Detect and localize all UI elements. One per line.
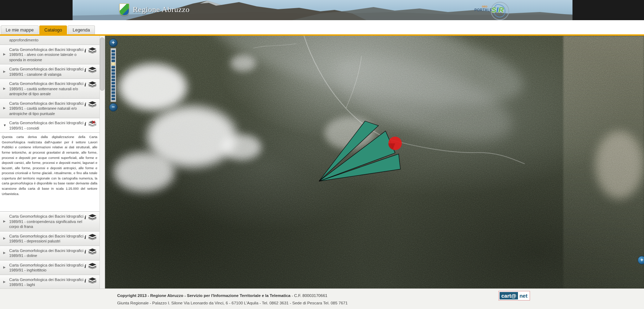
zoom-level[interactable] — [112, 66, 115, 68]
catalog-item[interactable]: ▶ Carta Geomorfologica dei Bacini Idrogr… — [0, 231, 100, 246]
expand-arrow-icon[interactable]: ▶ — [3, 236, 6, 241]
layers-icon[interactable] — [89, 101, 96, 107]
expand-arrow-icon[interactable]: ▶ — [3, 70, 6, 74]
zoom-control: + − — [109, 39, 118, 111]
catalog-item-title: Carta Geomorfologica dei Bacini Idrograf… — [9, 47, 86, 62]
expand-arrow-icon[interactable]: ▶ — [3, 251, 6, 255]
zoom-in-button[interactable]: + — [109, 39, 118, 47]
catalog-item-title: Carta Geomorfologica dei Bacini Idrograf… — [9, 101, 86, 116]
catalog-item[interactable]: ▶ Carta Geomorfologica dei Bacini Idrogr… — [0, 79, 100, 99]
geoportale-sir-logo[interactable]: GEO PORTALE SIR — [474, 1, 515, 19]
expand-arrow-icon[interactable]: ▶ — [3, 265, 6, 270]
layers-icon[interactable] — [89, 81, 96, 87]
zoom-level-current[interactable] — [112, 63, 115, 65]
catalog-item-title: Carta Geomorfologica dei Bacini Idrograf… — [9, 214, 86, 229]
layer-info-icon[interactable]: i — [85, 81, 86, 88]
catalog-item[interactable]: ▶ Carta Geomorfologica dei Bacini Idrogr… — [0, 246, 100, 261]
zoom-level[interactable] — [112, 88, 115, 91]
zoom-level[interactable] — [112, 75, 115, 78]
region-brand[interactable]: Regione Abruzzo — [119, 4, 190, 16]
zoom-level[interactable] — [112, 85, 115, 87]
zoom-level[interactable] — [112, 56, 115, 59]
layers-icon[interactable] — [89, 234, 96, 240]
layer-info-icon[interactable]: i — [85, 234, 86, 241]
footer: Copyright 2013 - Regione Abruzzo - Servi… — [0, 288, 644, 309]
catalog-item-title: approfondimento — [9, 38, 39, 42]
tab-catalog[interactable]: Catalogo — [39, 25, 67, 34]
expand-arrow-icon[interactable]: ▶ — [3, 52, 6, 57]
expand-arrow-icon[interactable]: ▶ — [3, 280, 6, 284]
top-banner: Regione Abruzzo GEO PORTALE SIR — [0, 0, 644, 20]
layer-info-icon[interactable]: i — [85, 47, 86, 55]
remove-layer-x-icon[interactable]: ✕ — [92, 119, 96, 125]
catalog-item-selected[interactable]: ▼ Carta Geomorfologica dei Bacini Idrogr… — [0, 118, 100, 133]
abruzzo-shield-logo-icon — [119, 4, 129, 16]
layer-info-icon[interactable]: i — [85, 214, 86, 221]
footer-copyright-bold: Copyright 2013 - Regione Abruzzo - Servi… — [117, 293, 290, 298]
sidebar-scrollbar[interactable] — [99, 35, 105, 288]
zoom-out-button[interactable]: − — [109, 103, 118, 111]
collapse-arrow-icon[interactable]: ▼ — [3, 124, 6, 128]
catalog-sidebar: approfondimento ▶ Carta Geomorfologica d… — [0, 35, 105, 288]
tab-my-maps[interactable]: Le mie mappe — [1, 25, 39, 34]
layers-icon[interactable] — [89, 263, 96, 269]
sir-logo-geo-text: GEO — [482, 5, 488, 8]
catalog-item-title: Carta Geomorfologica dei Bacini Idrograf… — [9, 248, 86, 258]
layers-icon[interactable] — [89, 248, 96, 254]
zoom-level[interactable] — [112, 69, 115, 71]
layer-info-icon[interactable]: i — [85, 277, 86, 285]
layers-icon[interactable] — [89, 47, 96, 53]
zoom-slider[interactable] — [110, 48, 116, 102]
catalog-item-title: Carta Geomorfologica dei Bacini Idrograf… — [9, 263, 86, 273]
cartanet-logo-cart: cart@ — [500, 292, 518, 299]
catalog-item-title: Carta Geomorfologica dei Bacini Idrograf… — [9, 234, 86, 244]
aerial-noise-texture — [105, 36, 644, 288]
layer-info-icon[interactable]: i — [85, 248, 86, 256]
layer-description-panel: Questa carta deriva dalla digitalizzazio… — [0, 133, 99, 212]
map-edge-button[interactable]: + — [638, 256, 644, 264]
zoom-level[interactable] — [112, 79, 115, 81]
catalog-item[interactable]: ▶ Carta Geomorfologica dei Bacini Idrogr… — [0, 212, 100, 231]
layer-info-icon[interactable]: i — [85, 121, 86, 128]
catalog-item[interactable]: ▶ Carta Geomorfologica dei Bacini Idrogr… — [0, 45, 100, 65]
layers-icon[interactable] — [89, 214, 96, 220]
catalog-item-title: Carta Geomorfologica dei Bacini Idrograf… — [9, 277, 86, 287]
catalog-list: approfondimento ▶ Carta Geomorfologica d… — [0, 35, 100, 288]
toolbar-row: Le mie mappe Catalogo Legenda — [0, 20, 644, 34]
layer-info-icon[interactable]: i — [85, 263, 86, 270]
sidebar-scrollbar-thumb[interactable] — [100, 38, 104, 91]
catalog-item[interactable]: ▶ Carta Geomorfologica dei Bacini Idrogr… — [0, 99, 100, 119]
cartanet-logo-net: net — [518, 292, 529, 299]
layers-icon[interactable] — [89, 67, 96, 73]
catalog-item-title: Carta Geomorfologica dei Bacini Idrograf… — [9, 121, 86, 130]
zoom-level[interactable] — [112, 53, 115, 56]
region-brand-text: Regione Abruzzo — [133, 5, 190, 14]
catalog-item[interactable]: ▶ Carta Geomorfologica dei Bacini Idrogr… — [0, 261, 100, 275]
geoportal-app: Regione Abruzzo GEO PORTALE SIR Le mie m… — [0, 0, 644, 309]
zoom-level[interactable] — [112, 50, 115, 52]
layer-info-icon[interactable]: i — [85, 67, 86, 74]
layers-icon[interactable] — [89, 277, 96, 284]
zoom-level[interactable] — [112, 91, 115, 94]
expand-arrow-icon[interactable]: ▶ — [3, 87, 6, 91]
catalog-item[interactable]: ▶ Carta Geomorfologica dei Bacini Idrogr… — [0, 64, 100, 79]
footer-address: Giunta Regionale - Palazzo I. Silone Via… — [117, 301, 348, 305]
zoom-level[interactable] — [112, 95, 115, 97]
zoom-level[interactable] — [112, 82, 115, 84]
footer-copyright: Copyright 2013 - Regione Abruzzo - Servi… — [117, 293, 327, 298]
sir-logo-sir-text: SIR — [491, 6, 504, 14]
zoom-level[interactable] — [112, 72, 115, 75]
layer-info-icon[interactable]: i — [85, 101, 86, 108]
catalog-item-title: Carta Geomorfologica dei Bacini Idrograf… — [9, 67, 86, 76]
catalog-item[interactable]: ▶ Carta Geomorfologica dei Bacini Idrogr… — [0, 275, 100, 288]
expand-arrow-icon[interactable]: ▶ — [3, 106, 6, 110]
expand-arrow-icon[interactable]: ▶ — [3, 219, 6, 224]
zoom-level[interactable] — [112, 98, 115, 100]
tab-legend[interactable]: Legenda — [68, 25, 95, 34]
catalog-item-partial[interactable]: approfondimento — [0, 35, 100, 45]
cartanet-logo[interactable]: cart@net — [498, 291, 530, 301]
zoom-level[interactable] — [112, 59, 115, 62]
sir-logo-portale-text: PORTALE — [474, 8, 492, 12]
panel-tabs: Le mie mappe Catalogo Legenda — [1, 25, 96, 34]
map-canvas[interactable]: + − + — [105, 36, 644, 288]
